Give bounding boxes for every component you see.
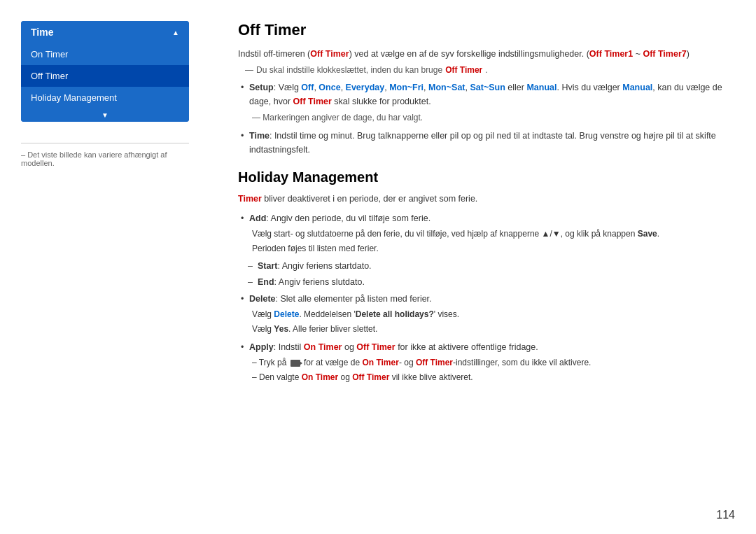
time-label: Time bbox=[249, 131, 270, 141]
apply-off-inline: Off Timer bbox=[416, 358, 453, 367]
setup-monsat: Mon~Sat bbox=[428, 83, 465, 92]
footnote-text: – Det viste billede kan variere afhængig… bbox=[21, 150, 189, 167]
bullet-delete: Delete: Slet alle elementer på listen me… bbox=[238, 292, 728, 336]
section2-title: Holiday Management bbox=[238, 169, 728, 185]
menu-down-arrow: ▼ bbox=[21, 108, 189, 122]
save-label: Save bbox=[638, 229, 657, 239]
setup-everyday: Everyday bbox=[346, 83, 385, 92]
page-number: 114 bbox=[716, 509, 735, 521]
apply-on-inline: On Timer bbox=[362, 358, 398, 367]
section1-subnote: Du skal indstille klokkeslættet, inden d… bbox=[245, 65, 728, 75]
add-sub2: Perioden føjes til listen med ferier. bbox=[249, 242, 728, 255]
footnote-area: – Det viste billede kan variere afhængig… bbox=[21, 143, 189, 167]
timer-highlight: Timer bbox=[238, 194, 262, 204]
setup-off: Off bbox=[301, 83, 314, 92]
setup-label: Setup bbox=[249, 83, 274, 92]
off-timer-inline: Off Timer bbox=[445, 65, 482, 75]
setup-offtimer: Off Timer bbox=[293, 97, 332, 106]
apply-on-timer: On Timer bbox=[304, 342, 342, 352]
setup-manual2: Manual bbox=[622, 83, 652, 92]
apply-dash2: – Den valgte On Timer og Off Timer vil i… bbox=[249, 371, 728, 384]
section2-intro: Timer bliver deaktiveret i en periode, d… bbox=[238, 192, 728, 206]
menu-box: Time ▲ On Timer Off Timer Holiday Manage… bbox=[21, 21, 189, 122]
delete-label: Delete bbox=[249, 294, 276, 304]
bullet-time: Time: Indstil time og minut. Brug talkna… bbox=[238, 129, 728, 157]
setup-manual: Manual bbox=[526, 83, 556, 92]
menu-up-arrow: ▲ bbox=[172, 29, 179, 36]
menu-header: Time ▲ bbox=[21, 21, 189, 43]
delete-sub2: Vælg Yes. Alle ferier bliver slettet. bbox=[249, 323, 728, 336]
delete-highlight: Delete bbox=[274, 309, 299, 319]
section1-title: Off Timer bbox=[238, 21, 728, 39]
yes-label: Yes bbox=[274, 324, 288, 334]
apply-off-inline2: Off Timer bbox=[352, 372, 389, 382]
end-label: End bbox=[258, 277, 274, 287]
menu-title: Time bbox=[31, 27, 53, 38]
menu-item-on-timer[interactable]: On Timer bbox=[21, 43, 189, 65]
section1-intro: Indstil off-timeren (Off Timer) ved at v… bbox=[238, 48, 728, 61]
bullet-add: Add: Angiv den periode, du vil tilføje s… bbox=[238, 211, 728, 255]
bullet-setup: Setup: Vælg Off, Once, Everyday, Mon~Fri… bbox=[238, 80, 728, 125]
menu-item-holiday-management[interactable]: Holiday Management bbox=[21, 87, 189, 108]
apply-off-timer: Off Timer bbox=[356, 342, 395, 352]
setup-monfri: Mon~Fri bbox=[389, 83, 424, 92]
apply-on-inline2: On Timer bbox=[302, 372, 338, 382]
left-panel: Time ▲ On Timer Off Timer Holiday Manage… bbox=[0, 0, 224, 534]
right-panel: Off Timer Indstil off-timeren (Off Timer… bbox=[224, 0, 756, 534]
add-sub1: Vælg start- og slutdatoerne på den ferie… bbox=[249, 227, 728, 241]
start-label: Start bbox=[258, 261, 277, 271]
setup-once: Once bbox=[318, 83, 340, 92]
apply-dash1: – Tryk på for at vælge de On Timer- og O… bbox=[249, 356, 728, 370]
dash-start: Start: Angiv feriens startdato. bbox=[238, 260, 728, 273]
dash-end: End: Angiv feriens slutdato. bbox=[238, 276, 728, 289]
add-label: Add bbox=[249, 213, 266, 223]
menu-item-off-timer[interactable]: Off Timer bbox=[21, 65, 189, 87]
off-timer-highlight: Off Timer bbox=[310, 49, 349, 59]
setup-marking-note: — Markeringen angiver de dage, du har va… bbox=[249, 111, 728, 125]
off-timer1-highlight: Off Timer1 bbox=[589, 49, 633, 59]
setup-satsum: Sat~Sun bbox=[470, 83, 505, 92]
bullet-apply: Apply: Indstil On Timer og Off Timer for… bbox=[238, 340, 728, 384]
remote-icon bbox=[290, 360, 300, 367]
delete-all-quote: Delete all holidays? bbox=[356, 309, 434, 319]
apply-label: Apply bbox=[249, 342, 274, 352]
delete-sub1: Vælg Delete. Meddelelsen 'Delete all hol… bbox=[249, 308, 728, 321]
off-timer7-highlight: Off Timer7 bbox=[643, 49, 686, 59]
